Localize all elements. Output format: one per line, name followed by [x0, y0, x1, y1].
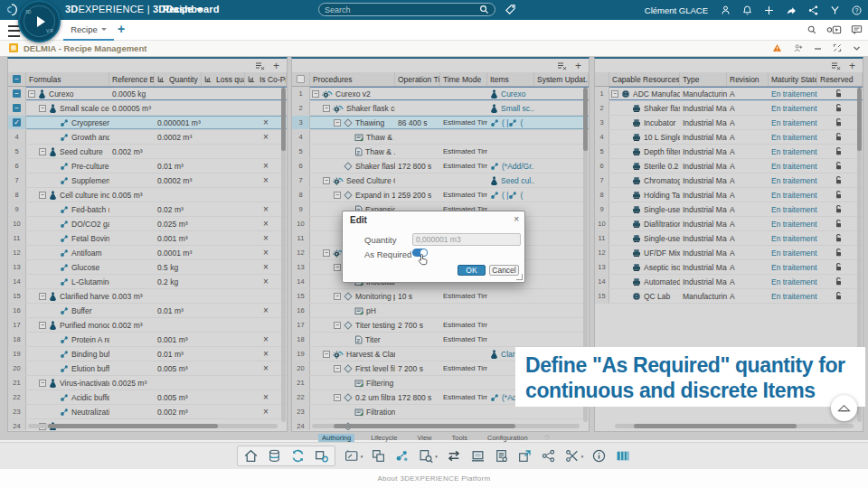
- row-head[interactable]: 1: [292, 87, 310, 100]
- expander-icon[interactable]: −: [39, 293, 46, 300]
- row-head[interactable]: 19: [8, 347, 26, 361]
- swap-icon[interactable]: [446, 448, 462, 464]
- column-header[interactable]: Maturity State: [769, 72, 817, 86]
- table-row[interactable]: 7 Supplements 0.0002 m³ ×: [8, 174, 287, 188]
- scroll-thumb[interactable]: [634, 424, 797, 428]
- row-head[interactable]: 13: [292, 260, 310, 274]
- row-head[interactable]: 11: [292, 231, 310, 245]
- notifications-icon[interactable]: [741, 5, 753, 16]
- search-input[interactable]: Search: [318, 3, 495, 16]
- select-all-header[interactable]: −: [8, 72, 26, 86]
- table-row[interactable]: 2 Shaker flask Industrial Mac... A En tr…: [595, 101, 863, 116]
- 3d-compass[interactable]: 3D V,R: [18, 0, 61, 42]
- column-header[interactable]: Time Mode: [440, 72, 487, 86]
- flow-icon[interactable]: [541, 448, 556, 464]
- horizontal-scrollbar[interactable]: [28, 424, 278, 428]
- info-icon[interactable]: [591, 448, 607, 464]
- row-head[interactable]: 5: [8, 145, 26, 158]
- table-row[interactable]: 5 Thaw & ... Estimated Time: [292, 145, 589, 159]
- minimize-icon[interactable]: [814, 44, 822, 52]
- expander-icon[interactable]: −: [323, 351, 330, 358]
- materials-icon[interactable]: [394, 448, 410, 464]
- row-checkbox[interactable]: ✓: [13, 118, 21, 127]
- collaboration-icon[interactable]: [807, 5, 819, 16]
- cancel-button[interactable]: Cancel: [489, 265, 519, 276]
- ok-button[interactable]: OK: [458, 265, 486, 276]
- table-row[interactable]: 6 Shaker flask... 172 800 s Estimated Ti…: [292, 159, 589, 174]
- tab-authoring[interactable]: Authoring: [318, 434, 354, 442]
- table-row[interactable]: 1 −Curexo v2 Curexo: [292, 87, 589, 101]
- select-all-checkbox[interactable]: −: [13, 75, 21, 83]
- scroll-thumb[interactable]: [334, 424, 515, 428]
- column-header[interactable]: Capable Resources: [609, 72, 680, 86]
- row-head[interactable]: 20: [8, 361, 26, 375]
- column-header[interactable]: Formulas: [26, 72, 109, 86]
- row-head[interactable]: 12: [8, 246, 26, 259]
- expander-icon[interactable]: −: [312, 90, 319, 98]
- scroll-thumb[interactable]: [857, 88, 862, 151]
- row-head[interactable]: 2: [292, 101, 310, 115]
- row-head[interactable]: 5: [292, 145, 310, 158]
- table-row[interactable]: 12 UF/DF Mixing skid Industrial Mac... A…: [595, 246, 863, 260]
- row-head[interactable]: 7: [8, 174, 26, 187]
- column-header[interactable]: Operation Time: [395, 72, 440, 86]
- row-head[interactable]: 16: [8, 304, 26, 317]
- table-row[interactable]: 15 −Monitoring pH 10 s Estimated Time: [292, 289, 589, 304]
- tab-view[interactable]: View: [413, 434, 435, 442]
- share-user-icon[interactable]: [793, 43, 803, 52]
- row-checkbox[interactable]: −: [13, 104, 21, 112]
- table-row[interactable]: 11 Single-use chro... Industrial Mac... …: [595, 231, 863, 246]
- table-row[interactable]: 10 DO/CO2 ga... 0.025 m³ ×: [8, 217, 287, 231]
- row-head[interactable]: 10: [595, 217, 609, 230]
- horizontal-scrollbar[interactable]: [615, 424, 854, 428]
- table-row[interactable]: 7 −Seed Culture Gr... Seed cul...: [292, 174, 589, 188]
- row-head[interactable]: 11: [595, 231, 609, 245]
- table-row[interactable]: 16 pH: [292, 304, 589, 318]
- resize-grip[interactable]: [516, 274, 523, 280]
- row-head[interactable]: 17: [292, 318, 310, 332]
- favorites-icon[interactable]: ♡: [544, 434, 550, 442]
- row-head[interactable]: 7: [595, 174, 609, 187]
- table-row[interactable]: 3 Incubator Industrial Mac... A En trait…: [595, 116, 863, 130]
- tab-configuration[interactable]: Configuration: [484, 434, 532, 442]
- sketch-icon[interactable]: ▾: [344, 448, 363, 464]
- tab-recipe[interactable]: Recipe: [63, 20, 114, 41]
- row-head[interactable]: 22: [8, 390, 26, 404]
- row-head[interactable]: 21: [8, 376, 26, 389]
- duplicate-icon[interactable]: [371, 448, 386, 464]
- row-checkbox[interactable]: −: [13, 89, 21, 98]
- table-row[interactable]: 15 QC Lab Manufacturing... A En traiteme…: [595, 289, 863, 304]
- table-row[interactable]: 7 Chromatography... Industrial Mac... A …: [595, 174, 863, 188]
- table-row[interactable]: 18 Protein A resin 0.001 m³ ×: [8, 333, 287, 347]
- row-head[interactable]: 17: [8, 318, 26, 332]
- row-head[interactable]: 6: [292, 159, 310, 173]
- table-row[interactable]: 15 −Clarified harvest 0.003 m³: [8, 289, 287, 304]
- row-head[interactable]: 6: [8, 159, 26, 173]
- row-head[interactable]: 13: [595, 260, 609, 274]
- column-header[interactable]: Type: [680, 72, 727, 86]
- search-results-icon[interactable]: ▾: [418, 448, 438, 464]
- row-head[interactable]: 9: [595, 202, 609, 216]
- export-table-icon[interactable]: [255, 61, 265, 70]
- expander-icon[interactable]: −: [334, 394, 341, 401]
- row-head[interactable]: −: [8, 101, 26, 115]
- scroll-thumb[interactable]: [281, 88, 286, 151]
- add-tab-button[interactable]: +: [118, 22, 125, 36]
- search-page-icon[interactable]: [807, 24, 817, 35]
- column-header[interactable]: Items: [487, 72, 534, 86]
- table-row[interactable]: 14 L-Glutamine 0.2 kg ×: [8, 275, 287, 289]
- table-row[interactable]: 8 −Cell culture inoc... 0.005 m³: [8, 188, 287, 202]
- row-head[interactable]: 4: [8, 130, 26, 144]
- expander-icon[interactable]: −: [334, 264, 341, 271]
- share-icon[interactable]: [785, 5, 797, 16]
- row-head[interactable]: 20: [292, 361, 310, 375]
- row-head[interactable]: 8: [8, 188, 26, 202]
- row-head[interactable]: 9: [8, 202, 26, 216]
- table-row[interactable]: 9 Fed-batch m... 0.02 m³ ×: [8, 202, 287, 217]
- table-row[interactable]: 2 −Shaker flask cell... Small sc...: [292, 101, 589, 116]
- table-row[interactable]: 12 Antifoam 0.0001 m³ ×: [8, 246, 287, 260]
- row-head[interactable]: 7: [292, 174, 310, 187]
- row-head[interactable]: 8: [595, 188, 609, 202]
- expander-icon[interactable]: −: [334, 293, 341, 300]
- expander-icon[interactable]: −: [334, 365, 341, 372]
